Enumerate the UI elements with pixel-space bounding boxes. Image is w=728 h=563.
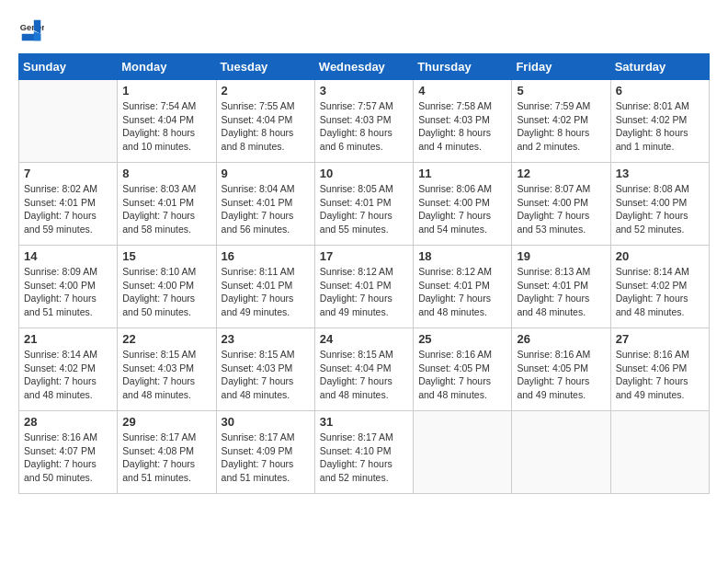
day-info: Sunrise: 8:12 AM Sunset: 4:01 PM Dayligh… — [418, 265, 506, 319]
day-info: Sunrise: 8:16 AM Sunset: 4:05 PM Dayligh… — [418, 348, 506, 402]
day-number: 9 — [222, 167, 310, 180]
calendar-cell: 3Sunrise: 7:57 AM Sunset: 4:03 PM Daylig… — [314, 80, 413, 163]
calendar-cell: 12Sunrise: 8:07 AM Sunset: 4:00 PM Dayli… — [512, 163, 610, 246]
day-number: 2 — [222, 84, 310, 98]
weekday-header-friday: Friday — [512, 54, 610, 80]
day-number: 19 — [517, 249, 605, 263]
calendar-cell: 25Sunrise: 8:16 AM Sunset: 4:05 PM Dayli… — [414, 328, 512, 411]
calendar-cell: 18Sunrise: 8:12 AM Sunset: 4:01 PM Dayli… — [414, 246, 512, 328]
day-number: 22 — [122, 332, 210, 346]
calendar-cell: 6Sunrise: 8:01 AM Sunset: 4:02 PM Daylig… — [610, 80, 709, 163]
calendar-cell: 10Sunrise: 8:05 AM Sunset: 4:01 PM Dayli… — [314, 163, 413, 246]
day-info: Sunrise: 7:57 AM Sunset: 4:03 PM Dayligh… — [320, 99, 408, 154]
page-header: General — [18, 18, 710, 44]
calendar-cell: 14Sunrise: 8:09 AM Sunset: 4:00 PM Dayli… — [19, 246, 118, 328]
calendar-cell: 21Sunrise: 8:14 AM Sunset: 4:02 PM Dayli… — [19, 328, 118, 411]
day-number: 27 — [616, 332, 704, 346]
day-number: 6 — [616, 84, 704, 98]
weekday-header-thursday: Thursday — [414, 54, 512, 80]
day-number: 3 — [320, 84, 408, 98]
calendar-cell: 26Sunrise: 8:16 AM Sunset: 4:05 PM Dayli… — [512, 328, 610, 411]
calendar-week-row: 28Sunrise: 8:16 AM Sunset: 4:07 PM Dayli… — [19, 411, 710, 494]
day-number: 28 — [24, 415, 112, 429]
calendar-cell: 2Sunrise: 7:55 AM Sunset: 4:04 PM Daylig… — [216, 80, 314, 163]
logo-icon: General — [18, 18, 44, 44]
day-info: Sunrise: 8:04 AM Sunset: 4:01 PM Dayligh… — [222, 182, 310, 236]
day-info: Sunrise: 8:06 AM Sunset: 4:00 PM Dayligh… — [418, 182, 506, 236]
day-number: 25 — [418, 332, 506, 346]
day-info: Sunrise: 8:09 AM Sunset: 4:00 PM Dayligh… — [24, 265, 112, 319]
day-number: 14 — [24, 249, 112, 263]
calendar-cell — [19, 80, 118, 163]
calendar-cell: 19Sunrise: 8:13 AM Sunset: 4:01 PM Dayli… — [512, 246, 610, 328]
day-number: 23 — [222, 332, 310, 346]
day-number: 1 — [122, 84, 210, 98]
day-info: Sunrise: 8:08 AM Sunset: 4:00 PM Dayligh… — [616, 182, 704, 236]
calendar-cell: 8Sunrise: 8:03 AM Sunset: 4:01 PM Daylig… — [118, 163, 216, 246]
day-info: Sunrise: 8:17 AM Sunset: 4:09 PM Dayligh… — [222, 431, 310, 485]
day-info: Sunrise: 8:13 AM Sunset: 4:01 PM Dayligh… — [517, 265, 605, 319]
day-info: Sunrise: 8:14 AM Sunset: 4:02 PM Dayligh… — [616, 265, 704, 319]
calendar-cell: 28Sunrise: 8:16 AM Sunset: 4:07 PM Dayli… — [19, 411, 118, 494]
day-info: Sunrise: 8:17 AM Sunset: 4:10 PM Dayligh… — [320, 431, 408, 485]
calendar-cell: 31Sunrise: 8:17 AM Sunset: 4:10 PM Dayli… — [314, 411, 413, 494]
calendar-cell — [610, 411, 709, 494]
day-number: 26 — [517, 332, 605, 346]
day-info: Sunrise: 8:10 AM Sunset: 4:00 PM Dayligh… — [122, 265, 210, 319]
calendar-cell: 29Sunrise: 8:17 AM Sunset: 4:08 PM Dayli… — [118, 411, 216, 494]
day-info: Sunrise: 8:16 AM Sunset: 4:07 PM Dayligh… — [24, 431, 112, 485]
calendar-header-row: SundayMondayTuesdayWednesdayThursdayFrid… — [19, 54, 710, 80]
calendar-cell: 16Sunrise: 8:11 AM Sunset: 4:01 PM Dayli… — [216, 246, 314, 328]
day-info: Sunrise: 8:07 AM Sunset: 4:00 PM Dayligh… — [517, 182, 605, 236]
day-info: Sunrise: 8:15 AM Sunset: 4:04 PM Dayligh… — [320, 348, 408, 402]
day-number: 16 — [222, 249, 310, 263]
calendar-cell: 5Sunrise: 7:59 AM Sunset: 4:02 PM Daylig… — [512, 80, 610, 163]
day-info: Sunrise: 7:54 AM Sunset: 4:04 PM Dayligh… — [122, 99, 210, 154]
weekday-header-monday: Monday — [118, 54, 216, 80]
day-number: 21 — [24, 332, 112, 346]
day-number: 15 — [122, 249, 210, 263]
weekday-header-saturday: Saturday — [610, 54, 709, 80]
day-info: Sunrise: 7:59 AM Sunset: 4:02 PM Dayligh… — [517, 99, 605, 154]
day-info: Sunrise: 7:55 AM Sunset: 4:04 PM Dayligh… — [222, 99, 310, 154]
calendar-cell: 7Sunrise: 8:02 AM Sunset: 4:01 PM Daylig… — [19, 163, 118, 246]
calendar-cell: 22Sunrise: 8:15 AM Sunset: 4:03 PM Dayli… — [118, 328, 216, 411]
calendar-cell: 1Sunrise: 7:54 AM Sunset: 4:04 PM Daylig… — [118, 80, 216, 163]
day-info: Sunrise: 8:17 AM Sunset: 4:08 PM Dayligh… — [122, 431, 210, 485]
calendar-week-row: 7Sunrise: 8:02 AM Sunset: 4:01 PM Daylig… — [19, 163, 710, 246]
day-info: Sunrise: 8:05 AM Sunset: 4:01 PM Dayligh… — [320, 182, 408, 236]
calendar-cell: 13Sunrise: 8:08 AM Sunset: 4:00 PM Dayli… — [610, 163, 709, 246]
day-number: 17 — [320, 249, 408, 263]
day-number: 5 — [517, 84, 605, 98]
calendar-cell: 17Sunrise: 8:12 AM Sunset: 4:01 PM Dayli… — [314, 246, 413, 328]
weekday-header-tuesday: Tuesday — [216, 54, 314, 80]
day-number: 11 — [418, 167, 506, 180]
day-info: Sunrise: 8:01 AM Sunset: 4:02 PM Dayligh… — [616, 99, 704, 154]
day-info: Sunrise: 8:14 AM Sunset: 4:02 PM Dayligh… — [24, 348, 112, 402]
day-number: 13 — [616, 167, 704, 180]
day-info: Sunrise: 8:16 AM Sunset: 4:05 PM Dayligh… — [517, 348, 605, 402]
calendar-table: SundayMondayTuesdayWednesdayThursdayFrid… — [18, 53, 710, 494]
calendar-cell: 24Sunrise: 8:15 AM Sunset: 4:04 PM Dayli… — [314, 328, 413, 411]
weekday-header-sunday: Sunday — [19, 54, 118, 80]
day-number: 10 — [320, 167, 408, 180]
calendar-week-row: 1Sunrise: 7:54 AM Sunset: 4:04 PM Daylig… — [19, 80, 710, 163]
calendar-cell — [414, 411, 512, 494]
day-info: Sunrise: 8:12 AM Sunset: 4:01 PM Dayligh… — [320, 265, 408, 319]
day-number: 24 — [320, 332, 408, 346]
day-info: Sunrise: 8:16 AM Sunset: 4:06 PM Dayligh… — [616, 348, 704, 402]
day-number: 8 — [122, 167, 210, 180]
day-info: Sunrise: 8:03 AM Sunset: 4:01 PM Dayligh… — [122, 182, 210, 236]
day-number: 30 — [222, 415, 310, 429]
weekday-header-wednesday: Wednesday — [314, 54, 413, 80]
day-info: Sunrise: 7:58 AM Sunset: 4:03 PM Dayligh… — [418, 99, 506, 154]
calendar-cell: 23Sunrise: 8:15 AM Sunset: 4:03 PM Dayli… — [216, 328, 314, 411]
calendar-cell: 30Sunrise: 8:17 AM Sunset: 4:09 PM Dayli… — [216, 411, 314, 494]
calendar-cell: 11Sunrise: 8:06 AM Sunset: 4:00 PM Dayli… — [414, 163, 512, 246]
day-info: Sunrise: 8:15 AM Sunset: 4:03 PM Dayligh… — [122, 348, 210, 402]
calendar-cell: 15Sunrise: 8:10 AM Sunset: 4:00 PM Dayli… — [118, 246, 216, 328]
day-info: Sunrise: 8:11 AM Sunset: 4:01 PM Dayligh… — [222, 265, 310, 319]
calendar-cell — [512, 411, 610, 494]
day-number: 29 — [122, 415, 210, 429]
day-number: 20 — [616, 249, 704, 263]
